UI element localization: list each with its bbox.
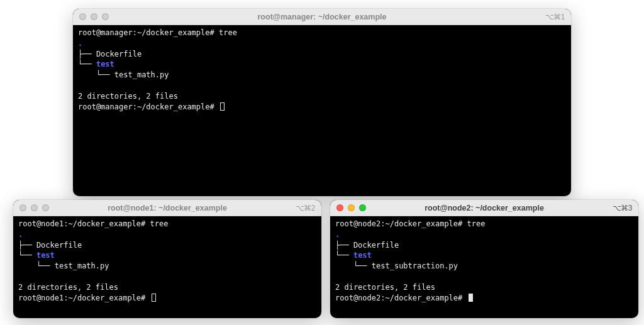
window-title: root@manager: ~/docker_example [73,13,571,21]
close-icon[interactable] [79,13,86,20]
prompt: root@node1:~/docker_example# [18,219,150,228]
traffic-lights [336,204,366,211]
cursor-icon [152,294,156,302]
terminal-content[interactable]: root@node1:~/docker_example# tree . ├── … [13,216,321,306]
tree-summary: 2 directories, 2 files [18,283,118,292]
tree-line: ├── Dockerfile [335,241,399,250]
pane-shortcut: ⌥⌘1 [545,13,565,21]
tree-root-dot: . [18,230,23,239]
titlebar[interactable]: root@manager: ~/docker_example ⌥⌘1 [73,9,571,25]
cursor-icon [220,102,225,111]
tree-dir: test [36,251,55,260]
prompt: root@manager:~/docker_example# [78,102,219,111]
command: tree [150,219,169,228]
tree-dir: test [353,251,372,260]
command: tree [219,28,237,37]
cursor-icon [469,294,473,302]
zoom-icon[interactable] [102,13,109,20]
titlebar[interactable]: root@node1: ~/docker_example ⌥⌘2 [13,200,321,216]
zoom-icon[interactable] [359,204,366,211]
minimize-icon[interactable] [91,13,97,20]
minimize-icon[interactable] [348,204,355,211]
tree-line: └── test_math.py [18,262,109,270]
tree-line-prefix: └── [335,251,353,260]
tree-summary: 2 directories, 2 files [78,92,178,101]
terminal-content[interactable]: root@manager:~/docker_example# tree . ├─… [73,25,571,114]
titlebar[interactable]: root@node2: ~/docker_example ⌥⌘3 [330,200,638,216]
tree-line: ├── Dockerfile [78,50,142,58]
zoom-icon[interactable] [42,204,49,211]
command: tree [467,219,486,228]
traffic-lights [19,204,49,211]
window-title: root@node1: ~/docker_example [13,204,321,212]
tree-root-dot: . [335,230,340,239]
close-icon[interactable] [19,204,26,211]
pane-shortcut: ⌥⌘2 [296,204,315,212]
tree-line-prefix: └── [78,60,96,69]
tree-summary: 2 directories, 2 files [335,283,435,292]
terminal-window-node2[interactable]: root@node2: ~/docker_example ⌥⌘3 root@no… [330,200,638,318]
tree-root-dot: . [78,39,82,48]
tree-line-prefix: └── [18,251,36,260]
prompt: root@manager:~/docker_example# [78,28,219,37]
window-title: root@node2: ~/docker_example [330,204,638,212]
tree-dir: test [96,60,114,69]
pane-shortcut: ⌥⌘3 [613,204,632,212]
terminal-content[interactable]: root@node2:~/docker_example# tree . ├── … [330,216,638,306]
prompt: root@node1:~/docker_example# [18,294,150,302]
tree-line: └── test_math.py [78,70,169,79]
tree-line: ├── Dockerfile [18,241,82,250]
minimize-icon[interactable] [31,204,38,211]
prompt: root@node2:~/docker_example# [335,219,467,228]
prompt: root@node2:~/docker_example# [335,294,467,302]
tree-line: └── test_subtraction.py [335,262,458,270]
traffic-lights [79,13,109,20]
terminal-window-node1[interactable]: root@node1: ~/docker_example ⌥⌘2 root@no… [13,200,321,318]
terminal-window-manager[interactable]: root@manager: ~/docker_example ⌥⌘1 root@… [73,9,571,196]
close-icon[interactable] [336,204,343,211]
